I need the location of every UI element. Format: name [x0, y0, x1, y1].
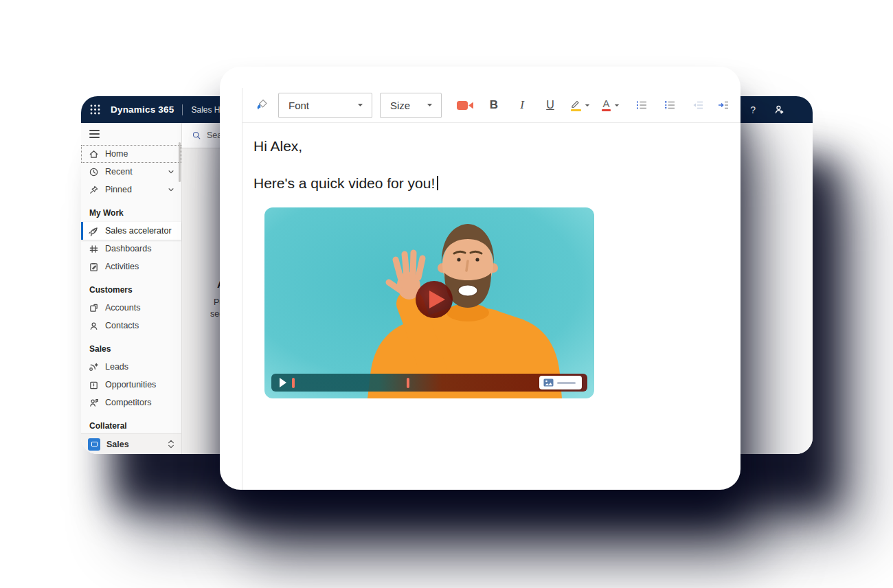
site-map-sidebar: Home Recent Pinned My Work [81, 123, 182, 454]
sidebar-item-label: Contacts [105, 321, 139, 330]
sidebar-item-label: Dashboards [105, 244, 151, 253]
rocket-icon [89, 226, 99, 236]
email-greeting: Hi Alex, [253, 137, 741, 155]
person-flag-icon [89, 398, 99, 408]
video-camera-icon [456, 100, 474, 111]
numbered-list-icon [664, 100, 676, 110]
video-play-overlay [416, 281, 453, 318]
sidebar-item-activities[interactable]: Activities [81, 258, 181, 275]
video-timeline-bar[interactable] [271, 374, 587, 392]
video-thumbnail[interactable] [264, 207, 594, 398]
chevron-up-down-icon [168, 440, 174, 449]
increase-indent-button[interactable] [717, 100, 730, 110]
area-icon [88, 438, 100, 451]
sidebar-section-customers: Customers [81, 275, 181, 299]
email-editor-card: Font Size B I U [220, 67, 741, 490]
sidebar-item-sales-accelerator[interactable]: Sales accelerator [81, 222, 181, 240]
indent-icon [717, 100, 730, 110]
header-divider [182, 104, 183, 115]
sidebar-item-label: Sales accelerator [105, 226, 172, 236]
caret-down-icon [427, 103, 433, 107]
pill-caption-bar [557, 382, 576, 384]
building-icon [89, 303, 99, 313]
sidebar-item-dashboards[interactable]: Dashboards [81, 240, 181, 258]
format-painter-icon[interactable] [255, 98, 269, 112]
sidebar-item-competitors[interactable]: Competitors [81, 394, 181, 411]
sidebar-item-label: Leads [105, 362, 128, 372]
image-icon [543, 378, 554, 387]
sidebar-item-home[interactable]: Home [81, 145, 181, 163]
italic-button[interactable]: I [514, 98, 530, 112]
area-switcher[interactable]: Sales [81, 433, 181, 454]
font-dropdown-value: Font [289, 100, 357, 111]
chevron-down-icon[interactable] [168, 168, 174, 175]
sidebar-item-label: Activities [105, 262, 139, 271]
sidebar-item-label: Competitors [105, 398, 151, 407]
sidebar-item-label: Accounts [105, 303, 140, 313]
highlight-color-button[interactable] [570, 99, 590, 111]
dashboard-icon [89, 244, 99, 254]
person-icon [89, 321, 99, 331]
caret-down-icon [585, 104, 590, 107]
highlight-pen-icon [570, 99, 581, 108]
home-icon [89, 149, 99, 159]
bullet-list-icon [635, 100, 648, 110]
help-icon[interactable]: ? [750, 104, 756, 115]
email-message: Here's a quick video for you! [253, 175, 435, 191]
thumbnail-pill[interactable] [539, 376, 582, 389]
font-color-letter: A [602, 99, 609, 108]
app-launcher-icon[interactable] [89, 104, 101, 115]
numbered-list-button[interactable] [664, 100, 676, 110]
underline-button[interactable]: U [542, 99, 558, 111]
hamburger-menu-icon[interactable] [89, 130, 100, 138]
phone-star-icon [89, 362, 99, 372]
brand-title: Dynamics 365 [111, 104, 174, 115]
decrease-indent-button[interactable] [692, 100, 704, 110]
pin-icon [89, 185, 99, 195]
sidebar-scrollbar[interactable] [179, 142, 181, 182]
font-color-button[interactable]: A [602, 99, 620, 111]
chevron-down-icon[interactable] [168, 186, 174, 193]
timeline-marker[interactable] [407, 378, 409, 388]
caret-down-icon [357, 103, 363, 107]
bullet-list-button[interactable] [635, 100, 648, 110]
area-label: Sales [106, 440, 129, 449]
video-play-icon[interactable] [280, 378, 286, 387]
video-scene [264, 207, 594, 398]
outdent-icon [692, 100, 704, 110]
clock-icon [89, 167, 99, 177]
size-dropdown-value: Size [390, 100, 427, 111]
caret-down-icon [614, 104, 620, 107]
sidebar-item-leads[interactable]: Leads [81, 358, 181, 376]
sidebar-item-contacts[interactable]: Contacts [81, 317, 181, 335]
sidebar-item-label: Pinned [105, 185, 132, 194]
sidebar-item-recent[interactable]: Recent [81, 163, 181, 181]
rich-text-toolbar: Font Size B I U [242, 88, 741, 123]
email-body-editor[interactable]: Hi Alex, Here's a quick video for you! [242, 123, 741, 398]
box-exclaim-icon [89, 380, 99, 390]
timeline-marker[interactable] [292, 378, 295, 388]
sidebar-item-opportunities[interactable]: Opportunities [81, 376, 181, 394]
screenshot-canvas: Dynamics 365 Sales Hub ? Home [0, 0, 893, 588]
text-cursor [437, 176, 438, 190]
search-icon [192, 131, 201, 140]
sidebar-section-collateral: Collateral [81, 411, 181, 435]
sidebar-item-label: Recent [105, 167, 133, 177]
sidebar-section-my-work: My Work [81, 199, 181, 222]
sidebar-item-label: Home [105, 149, 128, 159]
size-dropdown[interactable]: Size [380, 93, 442, 118]
sidebar-item-label: Opportunities [105, 380, 156, 389]
clipboard-pencil-icon [89, 262, 99, 272]
bold-button[interactable]: B [486, 98, 502, 112]
insert-video-button[interactable] [456, 100, 474, 111]
sidebar-section-sales: Sales [81, 335, 181, 358]
font-dropdown[interactable]: Font [278, 93, 372, 118]
user-switch-icon[interactable] [773, 104, 785, 115]
sidebar-item-pinned[interactable]: Pinned [81, 181, 181, 199]
sidebar-item-accounts[interactable]: Accounts [81, 299, 181, 317]
